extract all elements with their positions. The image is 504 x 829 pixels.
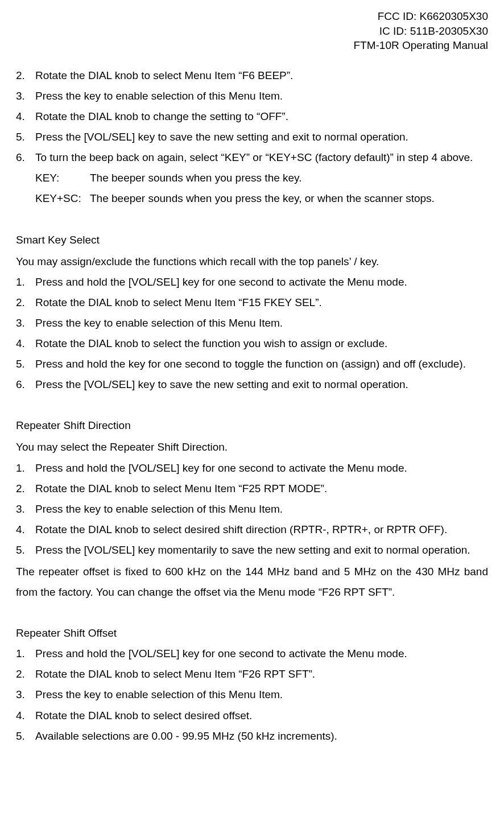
item-text: Rotate the DIAL knob to select Menu Item… [35,664,488,684]
item-text: Rotate the DIAL knob to select Menu Item… [35,292,488,313]
item-text: Press the [VOL/SEL] key momentarily to s… [35,540,488,560]
list-item: 5. Press the [VOL/SEL] key momentarily t… [16,540,488,560]
item-number: 3. [16,499,35,519]
item-number: 4. [16,706,35,726]
list-item: 4. Rotate the DIAL knob to select desire… [16,519,488,540]
list-item: 2. Rotate the DIAL knob to select Menu I… [16,65,488,86]
definition-text: The beeper sounds when you press the key… [90,168,302,188]
item-number: 3. [16,86,35,106]
document-page: FCC ID: K6620305X30 IC ID: 511B-20305X30… [0,0,504,829]
numbered-list: 2. Rotate the DIAL knob to select Menu I… [16,65,488,168]
list-item: 1. Press and hold the [VOL/SEL] key for … [16,272,488,292]
section-repeater-shift-offset: Repeater Shift Offset 1. Press and hold … [16,623,488,746]
list-item: 3. Press the key to enable selection of … [16,86,488,106]
definition-list: KEY: The beeper sounds when you press th… [35,168,488,209]
item-text: Press and hold the [VOL/SEL] key for one… [35,644,488,664]
document-header: FCC ID: K6620305X30 IC ID: 511B-20305X30… [16,9,488,53]
list-item: 6. To turn the beep back on again, selec… [16,147,488,168]
item-number: 2. [16,664,35,684]
list-item: 4. Rotate the DIAL knob to change the se… [16,106,488,127]
item-text: To turn the beep back on again, select “… [35,147,488,168]
item-text: Available selections are 0.00 - 99.95 MH… [35,726,488,746]
definition-label: KEY+SC: [35,188,90,209]
item-text: Press the [VOL/SEL] key to save the new … [35,374,488,395]
item-text: Rotate the DIAL knob to select desired o… [35,706,488,726]
item-number: 5. [16,127,35,147]
list-item: 3. Press the key to enable selection of … [16,684,488,705]
manual-title-line: FTM-10R Operating Manual [16,38,488,53]
definition-label: KEY: [35,168,90,188]
item-text: Rotate the DIAL knob to select desired s… [35,519,488,540]
numbered-list: 1. Press and hold the [VOL/SEL] key for … [16,272,488,395]
spacer [16,209,488,220]
fcc-id-line: FCC ID: K6620305X30 [16,9,488,24]
list-item: 4. Rotate the DIAL knob to select desire… [16,706,488,726]
item-text: Press and hold the [VOL/SEL] key for one… [35,272,488,292]
spacer [16,395,488,405]
section-heading: Smart Key Select [16,230,488,250]
list-item: 2. Rotate the DIAL knob to select Menu I… [16,292,488,313]
list-item: 2. Rotate the DIAL knob to select Menu I… [16,479,488,499]
item-number: 1. [16,644,35,664]
item-text: Press the key to enable selection of thi… [35,313,488,333]
definition-row: KEY+SC: The beeper sounds when you press… [35,188,488,209]
item-text: Press the key to enable selection of thi… [35,684,488,705]
definition-text: The beeper sounds when you press the key… [90,188,435,209]
item-number: 3. [16,684,35,705]
item-number: 1. [16,458,35,479]
item-number: 5. [16,354,35,374]
section-smart-key-select: Smart Key Select You may assign/exclude … [16,230,488,395]
item-text: Press and hold the [VOL/SEL] key for one… [35,458,488,479]
section-intro: You may select the Repeater Shift Direct… [16,437,488,457]
section-repeater-shift-direction: Repeater Shift Direction You may select … [16,415,488,603]
section-note: The repeater offset is fixed to 600 kHz … [16,562,488,603]
item-number: 4. [16,333,35,354]
item-text: Press the key to enable selection of thi… [35,499,488,519]
item-number: 6. [16,147,35,168]
section-beep-continued: 2. Rotate the DIAL knob to select Menu I… [16,65,488,209]
spacer [16,603,488,613]
item-text: Rotate the DIAL knob to select Menu Item… [35,65,488,86]
item-number: 2. [16,65,35,86]
item-number: 2. [16,479,35,499]
item-number: 2. [16,292,35,313]
item-text: Press and hold the key for one second to… [35,354,488,374]
item-number: 6. [16,374,35,395]
item-number: 4. [16,106,35,127]
item-number: 3. [16,313,35,333]
item-text: Rotate the DIAL knob to change the setti… [35,106,488,127]
item-number: 5. [16,540,35,560]
list-item: 4. Rotate the DIAL knob to select the fu… [16,333,488,354]
list-item: 5. Press the [VOL/SEL] key to save the n… [16,127,488,147]
list-item: 3. Press the key to enable selection of … [16,499,488,519]
list-item: 5. Available selections are 0.00 - 99.95… [16,726,488,746]
item-number: 4. [16,519,35,540]
list-item: 2. Rotate the DIAL knob to select Menu I… [16,664,488,684]
list-item: 3. Press the key to enable selection of … [16,313,488,333]
section-heading: Repeater Shift Offset [16,623,488,644]
list-item: 5. Press and hold the key for one second… [16,354,488,374]
list-item: 1. Press and hold the [VOL/SEL] key for … [16,458,488,479]
item-text: Press the [VOL/SEL] key to save the new … [35,127,488,147]
numbered-list: 1. Press and hold the [VOL/SEL] key for … [16,458,488,560]
item-text: Rotate the DIAL knob to select the funct… [35,333,488,354]
item-number: 1. [16,272,35,292]
list-item: 1. Press and hold the [VOL/SEL] key for … [16,644,488,664]
definition-row: KEY: The beeper sounds when you press th… [35,168,488,188]
item-text: Rotate the DIAL knob to select Menu Item… [35,479,488,499]
ic-id-line: IC ID: 511B-20305X30 [16,24,488,39]
item-text: Press the key to enable selection of thi… [35,86,488,106]
item-number: 5. [16,726,35,746]
numbered-list: 1. Press and hold the [VOL/SEL] key for … [16,644,488,746]
list-item: 6. Press the [VOL/SEL] key to save the n… [16,374,488,395]
section-intro: You may assign/exclude the functions whi… [16,251,488,272]
section-heading: Repeater Shift Direction [16,415,488,436]
